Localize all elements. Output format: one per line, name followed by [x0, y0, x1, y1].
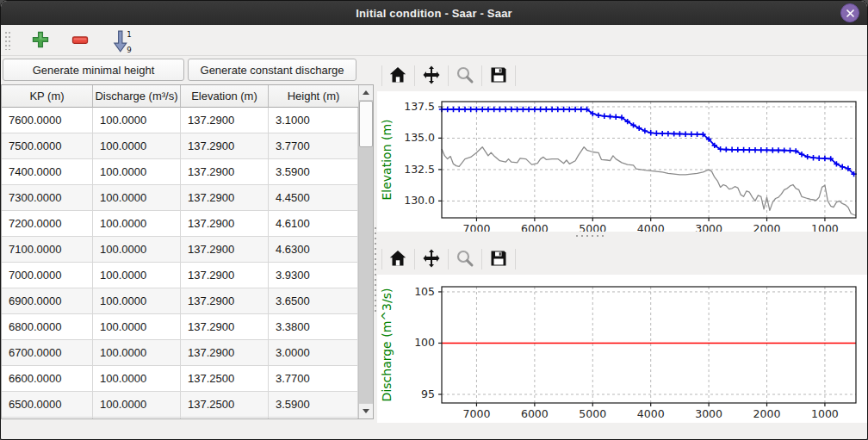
save-button[interactable]: [486, 63, 512, 89]
table-cell[interactable]: 137.2900: [181, 211, 269, 237]
table-cell[interactable]: 137.2500: [181, 366, 269, 392]
table-cell[interactable]: 137.2900: [181, 340, 269, 366]
save-button[interactable]: [486, 246, 512, 272]
column-header-height[interactable]: Height (m): [269, 85, 358, 108]
elevation-plot-toolbar: [377, 59, 868, 91]
table-cell[interactable]: 100.0000: [93, 392, 181, 418]
table-cell[interactable]: 100.0000: [93, 263, 181, 288]
table-cell[interactable]: 3.0000: [269, 340, 358, 366]
table-cell[interactable]: 100.0000: [93, 237, 181, 263]
down-arrow-icon: [363, 409, 369, 413]
column-header-discharge[interactable]: Discharge (m³/s): [93, 85, 181, 108]
home-button[interactable]: [385, 246, 411, 272]
svg-text:7000: 7000: [463, 407, 491, 420]
table-row: 7100.0000100.0000137.29004.6300: [2, 237, 358, 263]
elevation-plot-canvas[interactable]: 7000600050004000300020001000137.5135.013…: [377, 91, 868, 232]
home-button[interactable]: [385, 63, 411, 89]
table-cell[interactable]: 100.0000: [93, 288, 181, 314]
table-cell[interactable]: 7000.0000: [2, 263, 93, 288]
remove-row-button[interactable]: [68, 28, 92, 53]
table-cell[interactable]: 137.2900: [181, 237, 269, 263]
table-cell[interactable]: 3.6500: [269, 288, 358, 314]
table-cell[interactable]: 7200.0000: [2, 211, 93, 237]
table-cell[interactable]: 6800.0000: [2, 314, 93, 340]
table-cell[interactable]: 137.2500: [181, 392, 269, 418]
table-cell[interactable]: 7300.0000: [2, 185, 93, 211]
svg-text:6000: 6000: [521, 222, 549, 232]
svg-text:1000: 1000: [811, 222, 839, 232]
discharge-plot-canvas[interactable]: 700060005000400030002000100010510095Disc…: [377, 275, 868, 423]
pan-move-icon: [421, 65, 442, 85]
table-cell[interactable]: 7500.0000: [2, 133, 93, 159]
table-cell[interactable]: 100.0000: [93, 314, 181, 340]
table-cell[interactable]: 100.0000: [93, 108, 181, 133]
table-cell[interactable]: 4.4500: [269, 185, 358, 211]
table-cell[interactable]: 3.7700: [269, 133, 358, 159]
pan-button[interactable]: [418, 63, 444, 89]
table-cell[interactable]: 137.2900: [181, 288, 269, 314]
table-cell[interactable]: 6600.0000: [2, 366, 93, 392]
generate-minimal-height-button[interactable]: Generate minimal height: [3, 59, 184, 81]
table-cell[interactable]: 3.1000: [269, 108, 358, 133]
window-title: Initial condition - Saar - Saar: [356, 7, 512, 20]
plot-splitter[interactable]: [377, 232, 868, 240]
svg-text:2000: 2000: [753, 407, 781, 420]
zoom-button[interactable]: [452, 246, 478, 272]
table-cell[interactable]: 3.3800: [269, 314, 358, 340]
table-cell[interactable]: 137.2900: [181, 314, 269, 340]
table-cell[interactable]: [2, 418, 93, 418]
table-cell[interactable]: 100.0000: [93, 366, 181, 392]
pan-button[interactable]: [418, 246, 444, 272]
table-cell[interactable]: 6500.0000: [2, 392, 93, 418]
table-cell[interactable]: 6700.0000: [2, 340, 93, 366]
table-cell[interactable]: 137.2900: [181, 133, 269, 159]
table-row: 6600.0000100.0000137.25003.7700: [2, 366, 358, 392]
table-row: 6700.0000100.0000137.29003.0000: [2, 340, 358, 366]
generate-constant-discharge-button[interactable]: Generate constant discharge: [188, 59, 356, 81]
table-cell[interactable]: 7400.0000: [2, 159, 93, 185]
pan-move-icon: [421, 248, 442, 269]
table-cell[interactable]: [181, 418, 269, 418]
svg-text:Discharge (m^3/s): Discharge (m^3/s): [380, 288, 394, 402]
sort-button[interactable]: 1 9: [109, 28, 137, 53]
table-cell[interactable]: 137.2900: [181, 159, 269, 185]
table-cell[interactable]: 3.5900: [269, 392, 358, 418]
table-cell[interactable]: 4.6100: [269, 211, 358, 237]
table-cell[interactable]: 3.9300: [269, 263, 358, 288]
titlebar[interactable]: Initial condition - Saar - Saar: [1, 1, 867, 25]
scroll-down-button[interactable]: [359, 403, 373, 418]
table-cell[interactable]: 3.5900: [269, 159, 358, 185]
table-cell[interactable]: [93, 418, 181, 418]
toolbar-drag-handle[interactable]: [4, 31, 11, 50]
table-row: 7000.0000100.0000137.29003.9300: [2, 263, 358, 288]
table-cell[interactable]: 7600.0000: [2, 108, 93, 133]
scrollbar-thumb[interactable]: [359, 101, 373, 147]
table-cell[interactable]: 6900.0000: [2, 288, 93, 314]
zoom-button[interactable]: [452, 63, 478, 89]
column-header-kp[interactable]: KP (m): [2, 85, 93, 108]
table-cell[interactable]: 7100.0000: [2, 237, 93, 263]
table-cell[interactable]: 100.0000: [93, 159, 181, 185]
table-cell[interactable]: [269, 418, 358, 418]
table-row: 7400.0000100.0000137.29003.5900: [2, 159, 358, 185]
table-cell[interactable]: 100.0000: [93, 133, 181, 159]
table-cell[interactable]: 100.0000: [93, 340, 181, 366]
close-button[interactable]: [840, 3, 859, 22]
table-cell[interactable]: 100.0000: [93, 185, 181, 211]
table-row: 7500.0000100.0000137.29003.7700: [2, 133, 358, 159]
scroll-up-button[interactable]: [359, 85, 373, 101]
table-cell[interactable]: 3.7700: [269, 366, 358, 392]
table-cell[interactable]: 4.6300: [269, 237, 358, 263]
table-cell[interactable]: 100.0000: [93, 211, 181, 237]
table-scrollbar[interactable]: [358, 85, 373, 418]
column-header-elevation[interactable]: Elevation (m): [181, 85, 269, 108]
add-row-button[interactable]: [28, 28, 53, 53]
table-cell[interactable]: 137.2900: [181, 263, 269, 288]
scrollbar-track[interactable]: [359, 101, 373, 403]
svg-text:1: 1: [127, 30, 131, 39]
discharge-plot-toolbar: [377, 242, 868, 275]
table-cell[interactable]: 137.2900: [181, 108, 269, 133]
svg-text:7000: 7000: [463, 222, 491, 232]
table-cell[interactable]: 137.2900: [181, 185, 269, 211]
svg-text:1000: 1000: [811, 407, 839, 420]
